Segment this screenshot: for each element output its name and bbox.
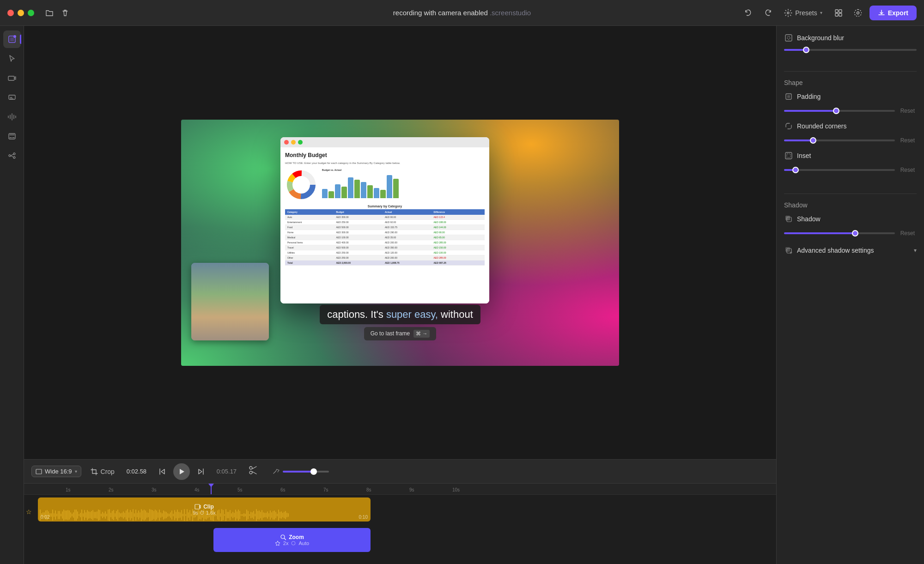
trash-button[interactable] xyxy=(57,5,73,21)
svg-point-13 xyxy=(13,153,15,155)
zoom-icon xyxy=(280,534,286,540)
shadow-label: Shadow xyxy=(797,215,917,223)
bar-item xyxy=(374,188,379,198)
table-row: Utilities AED 250.00 AED 120.00 AED 100.… xyxy=(285,250,485,255)
skip-end-button[interactable] xyxy=(194,464,208,479)
play-button[interactable] xyxy=(173,463,190,480)
rounded-corners-reset-button[interactable]: Reset xyxy=(899,137,917,144)
title-area: recording with camera enabled .screenstu… xyxy=(393,9,531,17)
crop-label: Crop xyxy=(101,468,115,475)
inset-reset-button[interactable]: Reset xyxy=(899,167,917,173)
table-row: Auto AED 300.00 AED 90.00 AED 115.4 xyxy=(285,215,485,220)
charts-row: Budget vs. Actual xyxy=(285,169,485,201)
table-row: Other AED 250.00 AED 200.00 AED 285.00 xyxy=(285,255,485,261)
clip-time-start: 0:02 xyxy=(41,515,49,520)
bar-item xyxy=(341,187,347,198)
svg-rect-28 xyxy=(785,35,792,41)
main-clip[interactable]: // waveform bars rendered via JS below C… xyxy=(38,497,371,522)
padding-reset-button[interactable]: Reset xyxy=(899,108,917,114)
settings-button[interactable] xyxy=(850,5,866,21)
skip-start-button[interactable] xyxy=(155,464,170,479)
speed-slider[interactable] xyxy=(283,471,329,473)
shadow-reset-button[interactable]: Reset xyxy=(899,230,917,237)
ruler-mark-4s: 4s xyxy=(195,487,200,492)
ruler-mark-6s: 6s xyxy=(280,487,286,492)
ruler-mark-9s: 9s xyxy=(409,487,414,492)
shadow-row: Shadow xyxy=(784,214,917,224)
background-blur-slider[interactable] xyxy=(784,49,917,51)
shadow-heading: Shadow xyxy=(784,201,917,209)
padding-slider[interactable] xyxy=(784,110,895,112)
folder-button[interactable] xyxy=(42,5,57,21)
table-row: Travel AED 500.00 AED 350.00 AED 150.00 xyxy=(285,245,485,250)
table-row: Medical AED 100.00 AED 35.00 AED 65.00 xyxy=(285,235,485,240)
bar-item xyxy=(393,179,399,198)
shadow-slider[interactable] xyxy=(784,232,895,234)
bar-item xyxy=(328,191,334,198)
padding-label: Padding xyxy=(797,93,917,100)
ruler-mark-3s: 3s xyxy=(152,487,157,492)
bar-item xyxy=(348,177,353,198)
zoom-clip[interactable]: Zoom 2x Auto xyxy=(213,528,371,552)
ruler-mark-5s: 5s xyxy=(237,487,243,492)
shadow-slider-row: Reset xyxy=(784,230,917,237)
bar-item xyxy=(380,190,386,198)
toolbar-connect[interactable] xyxy=(3,147,21,164)
svg-point-27 xyxy=(292,541,295,545)
zoom-track: Zoom 2x Auto xyxy=(24,528,776,554)
presets-button[interactable]: Presets ▾ xyxy=(779,6,827,20)
advanced-shadow-chevron: ▾ xyxy=(914,247,917,254)
svg-rect-3 xyxy=(835,13,838,16)
bar-chart-label: Budget vs. Actual xyxy=(322,169,485,171)
canvas-container: Monthly Budget HOW TO USE: Enter your bu… xyxy=(24,26,776,459)
layout-button[interactable] xyxy=(831,5,846,21)
toolbar-select[interactable] xyxy=(3,30,21,48)
toolbar-cursor[interactable] xyxy=(3,50,21,67)
crop-button[interactable]: Crop xyxy=(87,466,118,477)
advanced-shadow-row[interactable]: Advanced shadow settings ▾ xyxy=(784,244,917,257)
table-row: Personal Items AED 400.00 AED 200.00 AED… xyxy=(285,240,485,245)
toolbar-shortcut[interactable] xyxy=(3,127,21,145)
crop-icon xyxy=(91,468,98,475)
go-to-frame-button[interactable]: Go to last frame ⌘ → xyxy=(364,327,436,340)
maximize-button[interactable] xyxy=(28,10,34,16)
svg-point-0 xyxy=(787,12,789,14)
background-blur-label: Background blur xyxy=(797,34,917,42)
scissors-button[interactable] xyxy=(245,464,261,479)
background-blur-section: Background blur xyxy=(784,33,917,58)
current-time: 0:02.58 xyxy=(124,468,149,475)
playhead[interactable] xyxy=(211,484,212,494)
title-main: recording with camera enabled xyxy=(393,9,488,17)
toolbar-audio[interactable] xyxy=(3,108,21,126)
aspect-ratio-label: Wide 16:9 xyxy=(45,468,72,475)
caption-overlay: captions. It's super easy, without Go to… xyxy=(280,305,520,340)
export-button[interactable]: Export xyxy=(869,6,917,20)
toolbar-camera[interactable] xyxy=(3,69,21,87)
svg-point-12 xyxy=(9,155,11,157)
caption-text: captions. It's super easy, without xyxy=(320,305,480,324)
rounded-corners-slider-row: Reset xyxy=(784,137,917,144)
app-subtitle: HOW TO USE: Enter your budget for each c… xyxy=(285,161,485,165)
bar-chart-area: Budget vs. Actual xyxy=(322,169,485,201)
ruler-mark-2s: 2s xyxy=(109,487,114,492)
svg-rect-32 xyxy=(785,152,792,159)
table-row: Home AED 300.00 AED 290.00 AED 90.00 xyxy=(285,230,485,235)
close-button[interactable] xyxy=(7,10,14,16)
aspect-ratio-selector[interactable]: Wide 16:9 ▾ xyxy=(31,466,81,477)
toolbar-caption[interactable] xyxy=(3,89,21,106)
title-ext: .screenstudio xyxy=(490,9,531,17)
playhead-triangle xyxy=(208,484,214,487)
table-title: Summary by Category xyxy=(285,205,485,208)
clip-icon xyxy=(195,503,201,510)
background-blur-icon xyxy=(784,33,793,42)
app-content: Monthly Budget HOW TO USE: Enter your bu… xyxy=(280,147,489,303)
inset-row: Inset xyxy=(784,151,917,160)
undo-button[interactable] xyxy=(741,5,756,21)
app-title: Monthly Budget xyxy=(285,152,485,158)
minimize-button[interactable] xyxy=(18,10,24,16)
redo-button[interactable] xyxy=(760,5,776,21)
rounded-corners-slider[interactable] xyxy=(784,139,895,141)
timeline-area: 1s 2s 3s 4s 5s 6s 7s 8s 9s 10s ☆ xyxy=(24,483,776,564)
inset-slider[interactable] xyxy=(784,169,895,171)
advanced-shadow-label: Advanced shadow settings xyxy=(784,246,874,255)
